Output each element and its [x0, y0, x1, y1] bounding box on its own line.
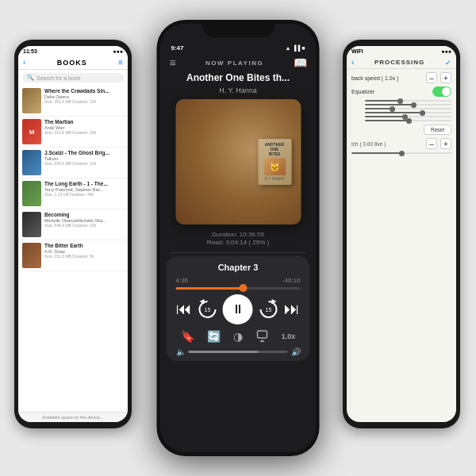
- fwd15-icon: 15: [257, 298, 279, 321]
- center-back15-button[interactable]: 15: [197, 298, 219, 321]
- center-pause-button[interactable]: ⏸: [223, 294, 253, 324]
- phone-left-screen: 11:53 ●●● ‹ BOOKS ≡ 🔍 Search for a book …: [18, 46, 128, 422]
- center-cover: M ANOTHERONEBITES 🐱 H.Y. HANNA: [175, 99, 301, 225]
- center-bookmark-button[interactable]: 🔖: [181, 330, 194, 343]
- center-forward-wrap: ⏭: [284, 300, 300, 318]
- right-slider-track-2[interactable]: [365, 104, 451, 106]
- center-controls-panel: Chapter 3 4:36 -40:10 ⏮: [167, 256, 310, 361]
- right-pitch-track[interactable]: [351, 152, 451, 154]
- right-slider-6: [351, 120, 451, 121]
- center-progress-fill: [176, 287, 241, 290]
- right-slider-track-6[interactable]: [365, 120, 451, 121]
- book-item-2[interactable]: M The Martian Andy Weir Size: 313.8 MB D…: [18, 117, 128, 148]
- right-pitch-plus[interactable]: +: [440, 138, 451, 149]
- left-header: ‹ BOOKS ≡: [18, 56, 128, 70]
- right-reset-row: Reset: [351, 125, 451, 135]
- right-pitch-minus[interactable]: –: [426, 138, 437, 149]
- right-slider-track-3[interactable]: [365, 108, 451, 109]
- phone-left: 11:53 ●●● ‹ BOOKS ≡ 🔍 Search for a book …: [14, 40, 132, 428]
- book-info-5: Becoming Michelle Obama/Michelle Oba... …: [44, 212, 124, 228]
- right-status-battery: ●●●: [441, 48, 451, 54]
- left-statusbar: 11:53 ●●●: [18, 46, 128, 56]
- book-item-4[interactable]: The Long Earth - 1 - The... Terry Pratch…: [18, 178, 128, 209]
- center-brightness-button[interactable]: ◑: [233, 330, 243, 343]
- bookmark-icon: 🔖: [181, 330, 194, 343]
- book-thumb-1: [22, 88, 41, 113]
- book-info-4: The Long Earth - 1 - The... Terry Pratch…: [44, 181, 124, 197]
- search-icon: 🔍: [27, 75, 34, 81]
- phone-right: WiFi ●●● ‹ PROCESSING ✓ back speed ( 1.0…: [343, 40, 460, 428]
- center-rewind-wrap: ⏮: [176, 300, 192, 318]
- right-slider-track-5[interactable]: [365, 116, 451, 117]
- right-slider-track-4[interactable]: [365, 112, 451, 113]
- center-speed-button[interactable]: 1.0x: [282, 332, 296, 340]
- right-speed-plus[interactable]: +: [440, 72, 451, 83]
- left-menu-icon[interactable]: ≡: [118, 58, 123, 67]
- center-chapter: Chapter 3: [175, 263, 302, 272]
- right-speed-label: back speed ( 1.0x ): [351, 75, 399, 81]
- right-slider-3: [351, 108, 451, 109]
- scene: 11:53 ●●● ‹ BOOKS ≡ 🔍 Search for a book …: [0, 0, 476, 476]
- center-cover-book-image: 🐱: [263, 158, 286, 175]
- right-pitch-row: tch ( 0.00 8ve ) – +: [351, 138, 451, 149]
- right-check-icon[interactable]: ✓: [445, 59, 451, 67]
- right-slider-group: [351, 100, 451, 121]
- right-eq-row: Equalizer: [351, 86, 451, 97]
- phone-center: 9:47 ▲ ▐▐ ■ ≡ NOW PLAYING 📖 Another One …: [157, 20, 320, 456]
- right-playback-section: back speed ( 1.0x ) – + Equalizer: [347, 69, 456, 158]
- right-speed-controls: – +: [426, 72, 451, 83]
- center-progress-dot: [240, 284, 248, 292]
- center-rewind-button[interactable]: ⏮: [176, 300, 192, 318]
- book-info-3: J.Scalzi - The Ghost Brig... Tallium Siz…: [44, 150, 124, 166]
- book-info-6: The Bitter Earth A.R. Shaw Size: 151.6 M…: [44, 243, 124, 259]
- center-status-signal: ▲ ▐▐ ■: [286, 45, 305, 51]
- right-back-icon[interactable]: ‹: [351, 58, 354, 67]
- right-slider-4: [351, 112, 451, 113]
- center-nav: ≡ NOW PLAYING 📖: [160, 55, 317, 72]
- book-item-1[interactable]: Where the Crawdads Sin... Delia Owens Si…: [18, 86, 128, 117]
- right-slider-track-1[interactable]: [365, 100, 451, 102]
- left-status-battery: ●●●: [113, 48, 123, 54]
- right-slider-2: [351, 104, 451, 106]
- book-info-1: Where the Crawdads Sin... Delia Owens Si…: [44, 88, 124, 104]
- right-header: ‹ PROCESSING ✓: [347, 56, 456, 69]
- svg-marker-5: [259, 340, 264, 342]
- center-forward-button[interactable]: ⏭: [284, 300, 300, 318]
- right-pitch-slider: [351, 152, 451, 154]
- center-time-remaining: -40:10: [282, 277, 301, 284]
- book-thumb-5: [22, 212, 41, 237]
- phone-right-screen: WiFi ●●● ‹ PROCESSING ✓ back speed ( 1.0…: [347, 46, 456, 422]
- center-volume-bar[interactable]: [189, 351, 288, 353]
- left-footer: Available space on the device...: [18, 412, 128, 422]
- center-cover-book-title: ANOTHERONEBITES: [265, 142, 285, 156]
- center-airplay-button[interactable]: [255, 329, 268, 344]
- center-fwd15-wrap: 15: [257, 298, 279, 321]
- center-playback-buttons: ⏮ 15 ⏸: [175, 294, 302, 324]
- left-search-bar[interactable]: 🔍 Search for a book: [22, 73, 124, 83]
- center-menu-icon[interactable]: ≡: [170, 56, 176, 69]
- volume-low-icon: 🔈: [176, 347, 186, 356]
- center-pause-icon: ⏸: [232, 302, 244, 317]
- right-slider-5: [351, 116, 451, 117]
- center-refresh-button[interactable]: 🔄: [207, 330, 221, 343]
- right-eq-label: Equalizer: [351, 89, 374, 94]
- right-eq-toggle[interactable]: [432, 86, 451, 97]
- book-item-3[interactable]: J.Scalzi - The Ghost Brig... Tallium Siz…: [18, 148, 128, 178]
- center-volume-fill: [189, 351, 259, 353]
- book-item-6[interactable]: The Bitter Earth A.R. Shaw Size: 151.6 M…: [18, 240, 128, 271]
- book-item-5[interactable]: Becoming Michelle Obama/Michelle Oba... …: [18, 209, 128, 240]
- left-header-title: BOOKS: [25, 59, 118, 67]
- right-statusbar: WiFi ●●●: [347, 46, 456, 56]
- right-reset-button[interactable]: Reset: [424, 125, 451, 135]
- center-book-icon[interactable]: 📖: [294, 56, 307, 69]
- book-thumb-2: M: [22, 119, 41, 144]
- right-speed-minus[interactable]: –: [426, 72, 437, 83]
- right-slider-1: [351, 100, 451, 102]
- right-header-title: PROCESSING: [374, 59, 424, 66]
- center-notch: [202, 20, 274, 37]
- book-thumb-3: [22, 150, 41, 175]
- center-progress-bar[interactable]: [176, 287, 301, 290]
- center-fwd15-button[interactable]: 15: [257, 298, 279, 321]
- right-speed-row: back speed ( 1.0x ) – +: [351, 72, 451, 83]
- phone-center-screen: 9:47 ▲ ▐▐ ■ ≡ NOW PLAYING 📖 Another One …: [160, 24, 317, 452]
